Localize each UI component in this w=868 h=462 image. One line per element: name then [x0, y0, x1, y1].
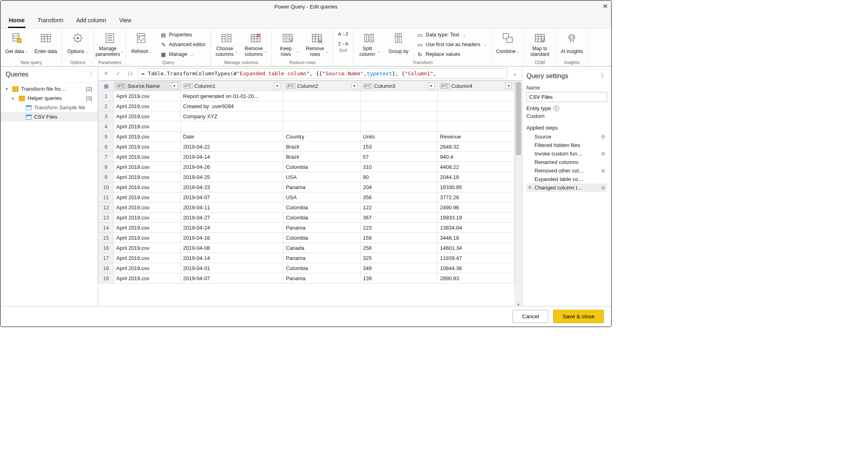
ribbon-tabs: HomeTransformAdd columnView	[1, 12, 611, 28]
query-item-transform-file-fro-[interactable]: ▾Transform file fro…[2]	[1, 84, 98, 94]
properties-button[interactable]: ▤Properties	[158, 31, 207, 39]
ai-insights-button[interactable]: AI insights	[559, 30, 584, 59]
table-row[interactable]: 4April 2019.csv	[98, 121, 515, 132]
column-header-column1[interactable]: AᴮCColumn1▾	[180, 81, 283, 91]
keep-rows-button[interactable]: Keep rows ⌄	[275, 30, 300, 59]
table-row[interactable]: 9April 2019.csv2019-04-25USA902044.18	[98, 172, 515, 182]
formula-cancel-icon[interactable]: ✕	[101, 69, 110, 78]
manage-button[interactable]: ▦Manage⌄	[158, 50, 207, 58]
formula-expand-icon[interactable]: ⌄	[511, 70, 519, 77]
choose-columns-button[interactable]: Choose columns ⌄	[214, 30, 239, 59]
ribbon: Get data ⌄Enter dataNew queryOptions ⌄Op…	[1, 28, 611, 66]
table-row[interactable]: 10April 2019.csv2019-04-23Panama20416330…	[98, 182, 515, 192]
svg-rect-43	[283, 36, 293, 39]
gear-icon[interactable]: ⚙	[601, 134, 605, 140]
query-item-csv-files[interactable]: CSV Files	[1, 112, 98, 121]
applied-step-changed-column-t-[interactable]: Changed column t…⚙	[526, 183, 607, 192]
applied-step-invoke-custom-fun-[interactable]: Invoke custom fun…⚙	[526, 149, 607, 158]
query-item-transform-sample-file[interactable]: Transform Sample file	[1, 103, 98, 112]
gear-icon[interactable]: ⚙	[601, 168, 605, 174]
expand-icon[interactable]: 〉	[601, 72, 607, 80]
column-header-source-name[interactable]: AᴮCSource.Name▾	[114, 81, 181, 91]
tab-add-column[interactable]: Add column	[75, 15, 107, 28]
column-filter-icon[interactable]: ▾	[428, 83, 435, 89]
column-filter-icon[interactable]: ▾	[171, 83, 178, 89]
group-by-button[interactable]: Group by	[386, 30, 411, 59]
advanced-editor-button[interactable]: ✎Advanced editor	[158, 40, 207, 49]
table-row[interactable]: 11April 2019.csv2019-04-07USA3563772.26	[98, 192, 515, 202]
table-row[interactable]: 17April 2019.csv2019-04-14Panama32511939…	[98, 253, 515, 263]
gear-icon	[71, 32, 84, 45]
folder-icon	[12, 86, 19, 92]
enter-data-button[interactable]: Enter data	[33, 30, 58, 59]
combine-button[interactable]: Combine ⌄	[495, 30, 520, 59]
table-row[interactable]: 16April 2019.csv2019-04-08Canada25814601…	[98, 243, 515, 253]
params-icon	[103, 32, 116, 45]
table-row[interactable]: 15April 2019.csv2019-04-16Colombia159344…	[98, 233, 515, 243]
close-icon[interactable]: ✕	[603, 2, 608, 10]
table-row[interactable]: 1April 2019.csvReport generated on 01-01…	[98, 91, 515, 101]
applied-step-removed-other-col-[interactable]: Removed other col…⚙	[526, 166, 607, 175]
replace-values-button[interactable]: ↻Replace values	[415, 50, 488, 58]
remove-rows-button[interactable]: Remove rows ⌄	[304, 30, 329, 59]
save-close-button[interactable]: Save & close	[553, 310, 604, 323]
fx-icon[interactable]: ƒx	[126, 69, 135, 78]
data-grid[interactable]: ▦AᴮCSource.Name▾AᴮCColumn1▾AᴮCColumn2▾Aᴮ…	[98, 81, 515, 306]
get-data-button[interactable]: Get data ⌄	[4, 30, 29, 59]
query-item-helper-queries[interactable]: ▸Helper queries[3]	[1, 94, 98, 103]
column-header-column2[interactable]: AᴮCColumn2▾	[283, 81, 360, 91]
formula-commit-icon[interactable]: ✓	[113, 69, 122, 78]
map-to-standard-button[interactable]: Map to standard	[527, 30, 552, 59]
refresh-button[interactable]: Refresh ⌄	[129, 30, 154, 59]
options-button[interactable]: Options ⌄	[65, 30, 90, 59]
entity-type-label: Entity type	[526, 105, 551, 111]
data-type-text-button[interactable]: ▭Data type: Text⌄	[415, 31, 488, 39]
sort-asc-button[interactable]: A→Z	[336, 31, 350, 37]
column-filter-icon[interactable]: ▾	[505, 83, 512, 89]
table-row[interactable]: 6April 2019.csv2019-04-22Brazil1532649.3…	[98, 142, 515, 152]
applied-step-expanded-table-co-[interactable]: Expanded table co…	[526, 175, 607, 183]
column-filter-icon[interactable]: ▾	[351, 83, 358, 89]
table-icon[interactable]: ▦	[104, 83, 109, 89]
table-row[interactable]: 8April 2019.csv2019-04-26Colombia3104408…	[98, 162, 515, 172]
table-icon	[26, 115, 32, 119]
query-settings-pane: Query settings 〉 Name Entity type i Cust…	[522, 67, 611, 306]
svg-rect-61	[507, 37, 509, 39]
db-icon	[10, 32, 23, 45]
gear-icon[interactable]: ⚙	[601, 185, 605, 191]
applied-step-filtered-hidden-files[interactable]: Filtered hidden files	[526, 141, 607, 149]
table-row[interactable]: 13April 2019.csv2019-04-27Colombia367199…	[98, 213, 515, 223]
table-row[interactable]: 12April 2019.csv2019-04-11Colombia122249…	[98, 202, 515, 213]
applied-step-renamed-columns[interactable]: Renamed columns	[526, 158, 607, 166]
info-icon[interactable]: i	[554, 106, 559, 111]
sort-desc-button[interactable]: Z→A	[336, 40, 350, 47]
query-name-input[interactable]	[526, 92, 607, 102]
column-header-column3[interactable]: AᴮCColumn3▾	[360, 81, 437, 91]
manage-parameters-button[interactable]: Manage parameters ⌄	[97, 30, 122, 59]
column-header-column4[interactable]: AᴮCColumn4▾	[437, 81, 514, 91]
name-label: Name	[526, 85, 607, 91]
cancel-button[interactable]: Cancel	[513, 310, 548, 323]
keeprows-icon	[281, 32, 294, 45]
split-column-button[interactable]: Split column ⌄	[357, 30, 382, 59]
column-filter-icon[interactable]: ▾	[274, 83, 280, 89]
svg-line-14	[74, 40, 75, 42]
table-row[interactable]: 2April 2019.csvCreated by: user9284	[98, 101, 515, 111]
tab-transform[interactable]: Transform	[37, 15, 64, 28]
vertical-scrollbar[interactable]: ▴ ▾	[515, 81, 522, 306]
table-row[interactable]: 3April 2019.csvCompany XYZ	[98, 111, 515, 121]
tab-view[interactable]: View	[118, 15, 132, 28]
table-row[interactable]: 14April 2019.csv2019-04-24Panama22313834…	[98, 223, 515, 233]
collapse-icon[interactable]: 〈	[87, 71, 93, 78]
formula-input[interactable]: = Table.TransformColumnTypes(#"Expanded …	[138, 68, 507, 79]
ai-icon	[565, 32, 578, 45]
table-row[interactable]: 19April 2019.csv2019-04-07Panama1392890.…	[98, 273, 515, 283]
use-first-row-as-headers-button[interactable]: ▭Use first row as headers⌄	[415, 40, 488, 49]
table-row[interactable]: 18April 2019.csv2019-04-01Colombia349108…	[98, 263, 515, 273]
remove-columns-button[interactable]: Remove columns ⌄	[243, 30, 268, 59]
table-row[interactable]: 5April 2019.csvDateCountryUnitsRevenue	[98, 132, 515, 142]
tab-home[interactable]: Home	[8, 15, 26, 28]
gear-icon[interactable]: ⚙	[601, 151, 605, 157]
table-row[interactable]: 7April 2019.csv2019-04-14Brazil57940.4	[98, 152, 515, 162]
applied-step-source[interactable]: Source⚙	[526, 132, 607, 141]
